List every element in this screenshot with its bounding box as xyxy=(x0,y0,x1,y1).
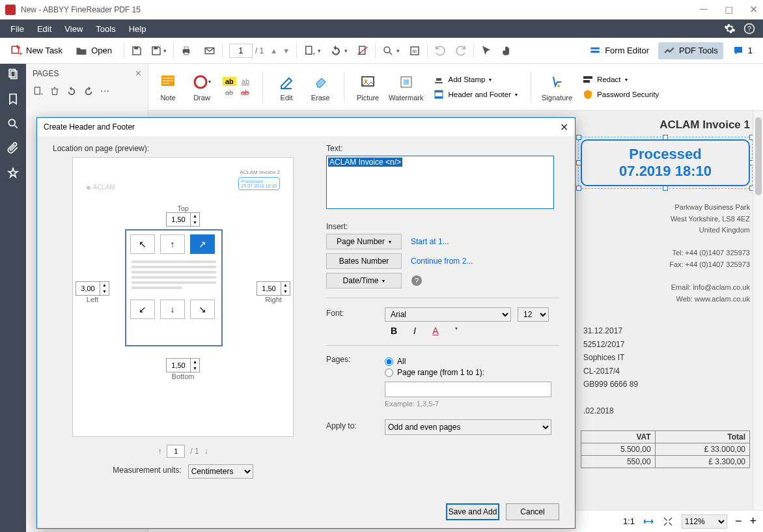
header-text-input[interactable]: ACLAM Invoice <n/> xyxy=(326,156,554,209)
new-task-button[interactable]: + New Task xyxy=(5,42,68,59)
position-top-right[interactable]: ↗ xyxy=(190,234,215,254)
signatures-rail-icon[interactable] xyxy=(7,167,20,180)
fit-width-icon[interactable] xyxy=(643,516,654,527)
trash-icon[interactable] xyxy=(49,86,60,96)
page-number-button[interactable]: Page Number▾ xyxy=(326,234,402,249)
insert-text-icon[interactable]: ab xyxy=(238,88,251,97)
zoom-in-button[interactable]: + xyxy=(749,514,756,528)
signature-tool[interactable]: Signature xyxy=(542,73,572,102)
password-security-button[interactable]: Password Security xyxy=(580,88,661,101)
dialog-title: Create Header and Footer xyxy=(44,122,135,132)
more-icon[interactable]: ⋯ xyxy=(100,86,109,96)
help-icon[interactable]: ? xyxy=(411,275,423,287)
cancel-button[interactable]: Cancel xyxy=(506,503,559,520)
bookmarks-rail-icon[interactable] xyxy=(7,92,20,105)
save-and-add-button[interactable]: Save and Add xyxy=(446,503,499,520)
insert-label: Insert: xyxy=(326,222,559,231)
ratio-label[interactable]: 1:1 xyxy=(623,516,635,526)
rotate-left-icon[interactable] xyxy=(66,86,77,96)
delete-page-icon[interactable] xyxy=(357,45,368,57)
position-bottom-right[interactable]: ↘ xyxy=(190,300,215,319)
page-range-input[interactable] xyxy=(385,382,551,397)
redact-button[interactable]: Redact▾ xyxy=(580,73,661,86)
menu-edit[interactable]: Edit xyxy=(31,21,58,36)
menu-view[interactable]: View xyxy=(58,21,89,36)
search-rail-icon[interactable] xyxy=(7,117,20,130)
pdf-tools-button[interactable]: PDF Tools xyxy=(658,42,723,59)
draw-tool[interactable]: ▾ Draw xyxy=(189,73,215,102)
form-editor-button[interactable]: Form Editor xyxy=(584,42,654,59)
print-icon[interactable] xyxy=(180,45,192,57)
add-stamp-button[interactable]: Add Stamp▾ xyxy=(431,73,520,86)
search-icon[interactable] xyxy=(382,45,394,57)
picture-tool[interactable]: Picture xyxy=(355,73,381,102)
right-margin-input[interactable] xyxy=(257,285,281,292)
rotate-icon[interactable] xyxy=(330,45,342,57)
pages-all-radio[interactable] xyxy=(385,357,393,366)
pages-panel-close[interactable]: × xyxy=(135,68,141,79)
bottom-margin-input[interactable] xyxy=(167,361,190,369)
fit-page-icon[interactable] xyxy=(662,516,674,527)
close-button[interactable]: ✕ xyxy=(749,3,758,16)
note-tool[interactable]: Note xyxy=(155,73,181,102)
position-bottom-center[interactable]: ↓ xyxy=(160,300,185,319)
font-name-select[interactable]: Arial xyxy=(385,307,511,322)
italic-button[interactable]: I xyxy=(408,326,421,336)
font-color-button[interactable]: A xyxy=(429,326,442,336)
undo-icon[interactable] xyxy=(434,45,446,57)
menu-file[interactable]: File xyxy=(4,21,31,36)
preview-page-input[interactable] xyxy=(167,445,185,458)
watermark-tool[interactable]: Watermark xyxy=(389,73,423,102)
top-margin-input[interactable] xyxy=(167,216,190,223)
menu-tools[interactable]: Tools xyxy=(89,21,122,36)
zoom-select[interactable]: 112% xyxy=(682,514,727,529)
pages-range-radio[interactable] xyxy=(385,369,393,377)
underline-icon[interactable]: ab xyxy=(239,77,252,86)
zoom-out-button[interactable]: − xyxy=(735,514,742,528)
prev-page-icon[interactable]: ↑ xyxy=(158,447,161,456)
comments-button[interactable]: 1 xyxy=(727,42,758,59)
attachments-rail-icon[interactable] xyxy=(7,142,20,155)
next-page-icon[interactable]: ↓ xyxy=(204,447,208,456)
help-icon[interactable]: ? xyxy=(743,23,755,35)
measurement-select[interactable]: Centimeters xyxy=(188,464,253,479)
edit-tool[interactable]: Edit xyxy=(273,73,299,102)
apply-to-select[interactable]: Odd and even pages xyxy=(385,419,551,435)
font-size-select[interactable]: 12 xyxy=(518,307,549,322)
maximize-button[interactable]: ◻ xyxy=(724,3,733,16)
minimize-button[interactable]: ─ xyxy=(699,3,708,16)
highlight-icon[interactable]: ab xyxy=(223,77,236,86)
add-page-icon[interactable]: + xyxy=(303,45,315,57)
pages-rail-icon[interactable] xyxy=(7,68,20,81)
email-icon[interactable] xyxy=(204,45,215,57)
pointer-icon[interactable] xyxy=(480,45,492,57)
dialog-close-button[interactable]: ✕ xyxy=(560,121,568,133)
redo-icon[interactable] xyxy=(455,45,467,57)
page-up-icon[interactable]: ▲ xyxy=(270,47,277,55)
processed-stamp[interactable]: Processed 07.2019 18:10 xyxy=(581,139,750,186)
hand-icon[interactable] xyxy=(501,45,513,57)
page-down-icon[interactable]: ▼ xyxy=(283,47,290,55)
bold-button[interactable]: B xyxy=(387,326,400,336)
strikethrough-icon[interactable]: ab xyxy=(223,88,236,97)
open-button[interactable]: Open xyxy=(70,42,117,59)
gear-icon[interactable] xyxy=(724,23,736,35)
save-icon[interactable] xyxy=(131,45,143,57)
position-bottom-left[interactable]: ↙ xyxy=(130,300,155,319)
vertical-scrollbar[interactable] xyxy=(753,111,763,510)
add-page-icon[interactable]: + xyxy=(33,86,43,96)
rotate-right-icon[interactable] xyxy=(83,86,94,96)
save-as-icon[interactable] xyxy=(150,45,162,57)
continue-from-link[interactable]: Continue from 2... xyxy=(411,257,473,266)
position-top-left[interactable]: ↖ xyxy=(130,234,155,254)
erase-tool[interactable]: Erase xyxy=(307,73,333,102)
header-footer-button[interactable]: Header and Footer▾ xyxy=(431,88,520,101)
left-margin-input[interactable] xyxy=(76,285,100,292)
page-number-input[interactable] xyxy=(229,44,253,58)
position-top-center[interactable]: ↑ xyxy=(160,234,185,254)
ocr-icon[interactable]: ab xyxy=(409,45,421,57)
start-at-link[interactable]: Start at 1... xyxy=(411,237,449,246)
bates-number-button[interactable]: Bates Number xyxy=(326,253,402,269)
menu-help[interactable]: Help xyxy=(122,21,153,36)
datetime-button[interactable]: Date/Time▾ xyxy=(326,273,402,288)
